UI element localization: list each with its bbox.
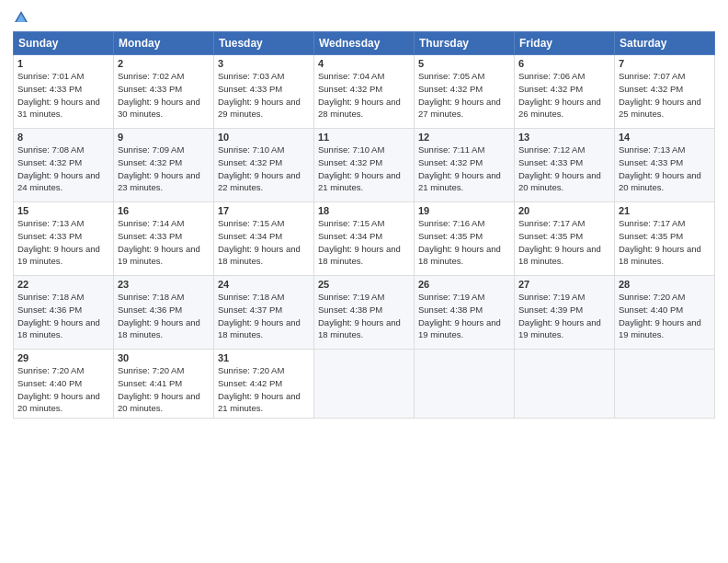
day-number: 7 bbox=[619, 58, 711, 69]
day-info: Sunrise: 7:20 AM Sunset: 4:42 PM Dayligh… bbox=[218, 364, 310, 415]
sunset-label: Sunset: 4:42 PM bbox=[218, 378, 282, 388]
day-info: Sunrise: 7:14 AM Sunset: 4:33 PM Dayligh… bbox=[118, 217, 210, 268]
day-cell: 22 Sunrise: 7:18 AM Sunset: 4:36 PM Dayl… bbox=[14, 276, 114, 350]
page: SundayMondayTuesdayWednesdayThursdayFrid… bbox=[0, 0, 728, 563]
day-info: Sunrise: 7:20 AM Sunset: 4:40 PM Dayligh… bbox=[619, 291, 711, 341]
week-row-2: 8 Sunrise: 7:08 AM Sunset: 4:32 PM Dayli… bbox=[14, 129, 715, 202]
day-info: Sunrise: 7:07 AM Sunset: 4:32 PM Dayligh… bbox=[619, 70, 711, 121]
day-info: Sunrise: 7:20 AM Sunset: 4:41 PM Dayligh… bbox=[118, 364, 210, 415]
sunset-label: Sunset: 4:38 PM bbox=[318, 304, 382, 315]
sunrise-label: Sunrise: 7:15 AM bbox=[318, 218, 384, 228]
daylight-label: Daylight: 9 hours and 18 minutes. bbox=[518, 244, 601, 267]
sunrise-label: Sunrise: 7:07 AM bbox=[619, 71, 685, 81]
day-cell: 5 Sunrise: 7:05 AM Sunset: 4:32 PM Dayli… bbox=[415, 55, 515, 129]
daylight-label: Daylight: 9 hours and 18 minutes. bbox=[318, 244, 401, 267]
sunrise-label: Sunrise: 7:18 AM bbox=[118, 292, 184, 302]
daylight-label: Daylight: 9 hours and 31 minutes. bbox=[17, 97, 100, 120]
week-row-5: 29 Sunrise: 7:20 AM Sunset: 4:40 PM Dayl… bbox=[14, 350, 715, 419]
calendar: SundayMondayTuesdayWednesdayThursdayFrid… bbox=[13, 31, 715, 419]
sunrise-label: Sunrise: 7:10 AM bbox=[218, 144, 284, 155]
daylight-label: Daylight: 9 hours and 18 minutes. bbox=[17, 317, 100, 340]
day-number: 4 bbox=[318, 58, 410, 69]
sunset-label: Sunset: 4:40 PM bbox=[619, 304, 683, 315]
daylight-label: Daylight: 9 hours and 18 minutes. bbox=[218, 244, 301, 267]
day-cell: 18 Sunrise: 7:15 AM Sunset: 4:34 PM Dayl… bbox=[314, 202, 415, 276]
daylight-label: Daylight: 9 hours and 21 minutes. bbox=[418, 170, 501, 193]
sunrise-label: Sunrise: 7:10 AM bbox=[318, 144, 384, 155]
day-number: 17 bbox=[218, 205, 310, 216]
daylight-label: Daylight: 9 hours and 20 minutes. bbox=[17, 391, 100, 414]
day-info: Sunrise: 7:01 AM Sunset: 4:33 PM Dayligh… bbox=[17, 70, 109, 121]
day-cell: 23 Sunrise: 7:18 AM Sunset: 4:36 PM Dayl… bbox=[114, 276, 214, 350]
sunrise-label: Sunrise: 7:17 AM bbox=[518, 218, 585, 228]
sunrise-label: Sunrise: 7:16 AM bbox=[418, 218, 484, 228]
day-info: Sunrise: 7:09 AM Sunset: 4:32 PM Dayligh… bbox=[118, 144, 210, 194]
sunset-label: Sunset: 4:32 PM bbox=[518, 84, 583, 94]
day-info: Sunrise: 7:11 AM Sunset: 4:32 PM Dayligh… bbox=[418, 144, 510, 194]
sunset-label: Sunset: 4:40 PM bbox=[17, 378, 82, 388]
day-number: 22 bbox=[17, 279, 109, 290]
sunset-label: Sunset: 4:39 PM bbox=[518, 304, 583, 315]
col-header-wednesday: Wednesday bbox=[314, 32, 415, 55]
sunrise-label: Sunrise: 7:19 AM bbox=[318, 292, 384, 302]
day-info: Sunrise: 7:10 AM Sunset: 4:32 PM Dayligh… bbox=[318, 144, 410, 194]
daylight-label: Daylight: 9 hours and 24 minutes. bbox=[17, 170, 100, 193]
day-cell: 13 Sunrise: 7:12 AM Sunset: 4:33 PM Dayl… bbox=[515, 129, 615, 202]
day-number: 25 bbox=[318, 279, 410, 290]
day-number: 3 bbox=[218, 58, 310, 69]
day-cell: 8 Sunrise: 7:08 AM Sunset: 4:32 PM Dayli… bbox=[14, 129, 114, 202]
day-cell bbox=[615, 350, 715, 419]
day-info: Sunrise: 7:16 AM Sunset: 4:35 PM Dayligh… bbox=[418, 217, 510, 268]
day-info: Sunrise: 7:19 AM Sunset: 4:38 PM Dayligh… bbox=[318, 291, 410, 341]
day-cell: 20 Sunrise: 7:17 AM Sunset: 4:35 PM Dayl… bbox=[515, 202, 615, 276]
day-number: 2 bbox=[118, 58, 210, 69]
day-cell: 14 Sunrise: 7:13 AM Sunset: 4:33 PM Dayl… bbox=[615, 129, 715, 202]
day-info: Sunrise: 7:17 AM Sunset: 4:35 PM Dayligh… bbox=[619, 217, 711, 268]
sunset-label: Sunset: 4:32 PM bbox=[118, 157, 182, 167]
day-cell bbox=[515, 350, 615, 419]
daylight-label: Daylight: 9 hours and 30 minutes. bbox=[118, 97, 200, 120]
sunrise-label: Sunrise: 7:20 AM bbox=[118, 365, 184, 375]
sunrise-label: Sunrise: 7:19 AM bbox=[518, 292, 585, 302]
day-info: Sunrise: 7:08 AM Sunset: 4:32 PM Dayligh… bbox=[17, 144, 109, 194]
sunset-label: Sunset: 4:33 PM bbox=[518, 157, 583, 167]
day-number: 26 bbox=[418, 279, 510, 290]
day-cell: 21 Sunrise: 7:17 AM Sunset: 4:35 PM Dayl… bbox=[615, 202, 715, 276]
col-header-thursday: Thursday bbox=[415, 32, 515, 55]
sunset-label: Sunset: 4:34 PM bbox=[318, 231, 382, 241]
sunset-label: Sunset: 4:35 PM bbox=[518, 231, 583, 241]
sunset-label: Sunset: 4:36 PM bbox=[118, 304, 182, 315]
day-number: 1 bbox=[17, 58, 109, 69]
day-cell: 31 Sunrise: 7:20 AM Sunset: 4:42 PM Dayl… bbox=[214, 350, 314, 419]
day-cell: 24 Sunrise: 7:18 AM Sunset: 4:37 PM Dayl… bbox=[214, 276, 314, 350]
sunrise-label: Sunrise: 7:17 AM bbox=[619, 218, 685, 228]
day-info: Sunrise: 7:06 AM Sunset: 4:32 PM Dayligh… bbox=[518, 70, 610, 121]
day-info: Sunrise: 7:05 AM Sunset: 4:32 PM Dayligh… bbox=[418, 70, 510, 121]
sunrise-label: Sunrise: 7:06 AM bbox=[518, 71, 585, 81]
day-number: 19 bbox=[418, 205, 510, 216]
day-cell: 29 Sunrise: 7:20 AM Sunset: 4:40 PM Dayl… bbox=[14, 350, 114, 419]
sunrise-label: Sunrise: 7:01 AM bbox=[17, 71, 84, 81]
daylight-label: Daylight: 9 hours and 29 minutes. bbox=[218, 97, 301, 120]
sunrise-label: Sunrise: 7:08 AM bbox=[17, 144, 84, 155]
day-cell: 11 Sunrise: 7:10 AM Sunset: 4:32 PM Dayl… bbox=[314, 129, 415, 202]
col-header-saturday: Saturday bbox=[615, 32, 715, 55]
day-info: Sunrise: 7:18 AM Sunset: 4:36 PM Dayligh… bbox=[17, 291, 109, 341]
daylight-label: Daylight: 9 hours and 19 minutes. bbox=[17, 244, 100, 267]
col-header-friday: Friday bbox=[515, 32, 615, 55]
day-cell: 19 Sunrise: 7:16 AM Sunset: 4:35 PM Dayl… bbox=[415, 202, 515, 276]
day-info: Sunrise: 7:19 AM Sunset: 4:39 PM Dayligh… bbox=[518, 291, 610, 341]
sunset-label: Sunset: 4:41 PM bbox=[118, 378, 182, 388]
day-number: 8 bbox=[17, 132, 109, 143]
sunrise-label: Sunrise: 7:20 AM bbox=[619, 292, 685, 302]
day-number: 15 bbox=[17, 205, 109, 216]
week-row-3: 15 Sunrise: 7:13 AM Sunset: 4:33 PM Dayl… bbox=[14, 202, 715, 276]
sunrise-label: Sunrise: 7:02 AM bbox=[118, 71, 184, 81]
week-row-1: 1 Sunrise: 7:01 AM Sunset: 4:33 PM Dayli… bbox=[14, 55, 715, 129]
daylight-label: Daylight: 9 hours and 18 minutes. bbox=[418, 244, 501, 267]
day-number: 24 bbox=[218, 279, 310, 290]
sunrise-label: Sunrise: 7:11 AM bbox=[418, 144, 484, 155]
day-cell: 25 Sunrise: 7:19 AM Sunset: 4:38 PM Dayl… bbox=[314, 276, 415, 350]
sunset-label: Sunset: 4:32 PM bbox=[218, 157, 282, 167]
sunset-label: Sunset: 4:33 PM bbox=[17, 84, 82, 94]
